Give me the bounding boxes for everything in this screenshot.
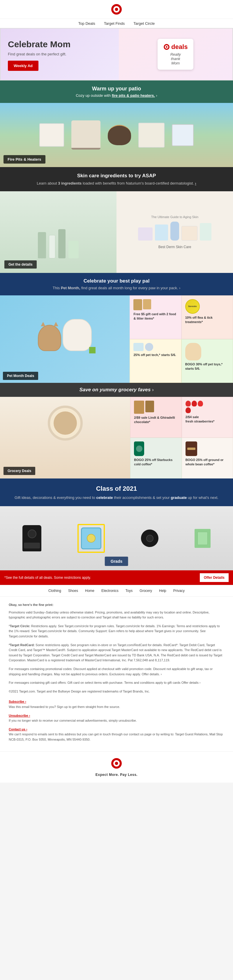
svg-point-8 [115, 762, 118, 765]
book-product [195, 529, 211, 548]
pet-main-image: Pet Month Deals [0, 295, 130, 383]
legal-unsubscribe: Unsubscribe › If you no longer wish to r… [9, 713, 224, 724]
pet-description: This Pet Month, find great deals all mon… [9, 286, 224, 290]
grocery-deal-2-text: 2/$4 salefresh strawberries* [185, 415, 215, 424]
grocery-deals-grid: 2/$9 sale Lindt & Ghiradelli chocolate* … [130, 397, 233, 479]
grads-banner: Class of 2021 Gift ideas, decorations & … [0, 479, 233, 506]
skincare-headline: Skin care ingredients to try ASAP [9, 173, 224, 179]
unsubscribe-link[interactable]: Unsubscribe › [9, 714, 30, 717]
legal-subscribe: Subscribe › Was this email forwarded to … [9, 699, 224, 710]
bottom-tagline: Expect More. Pay Less. [6, 773, 227, 777]
pet-banner: Celebrate your best play pal This Pet Mo… [0, 273, 233, 295]
offer-details-button[interactable]: Offer Details [200, 573, 229, 582]
footer-nav-toys[interactable]: Toys [122, 589, 136, 593]
pet-deal-flea-tick: Seresto 10% off flea & tick treatments* [181, 295, 233, 339]
grocery-grid-section: Grocery Deals 2/$9 sale Lindt & Ghiradel… [0, 397, 233, 479]
outdoor-image-section: Fire Pits & Heaters [0, 103, 233, 167]
pet-main-label: Pet Month Deals [3, 372, 38, 380]
pet-headline: Celebrate your best play pal [9, 278, 224, 284]
legal-intro-heading: Okay, so here's the fine print: [9, 602, 224, 608]
pet-deal-2-text: 10% off flea & tick treatments* [185, 315, 229, 325]
aging-skin-guide-label: The Ultimate Guide to Aging Skin [151, 215, 198, 219]
contact-link[interactable]: Contact us › [9, 727, 27, 731]
pet-grid-section: Pet Month Deals Free $5 gift card with 2… [0, 295, 233, 383]
deals-logo-text: deals [171, 43, 187, 51]
patio-headline: Warm up your patio [5, 86, 228, 92]
fine-print-text: *See the full details of all deals. Some… [4, 576, 91, 580]
footer-nav-clothing[interactable]: Clothing [45, 589, 65, 593]
patio-banner: Warm up your patio Cozy up outside with … [0, 81, 233, 103]
skincare-banner: Skin care ingredients to try ASAP Learn … [0, 167, 233, 191]
skincare-right-panel: The Ultimate Guide to Aging Skin Best De… [116, 191, 233, 273]
instax-camera-product [78, 524, 105, 553]
outdoor-label: Fire Pits & Heaters [3, 155, 46, 164]
best-derm-label: Best Derm Skin Care [159, 245, 191, 249]
weekly-ad-button[interactable]: Weekly Ad [8, 60, 38, 71]
top-nav: Top Deals Target Finds Target Circle [0, 19, 233, 28]
grocery-banner: Save on yummy grocery faves › [0, 383, 233, 397]
pet-deal-3-text: 25% off pet tech,* starts 5/6. [133, 353, 176, 357]
patio-subtext: Cozy up outside with fire pits & patio h… [5, 93, 228, 98]
grocery-label: Grocery Deals [3, 467, 35, 475]
footer-nav-electronics[interactable]: Electronics [98, 589, 122, 593]
grads-products-section: Grads [0, 506, 233, 570]
grads-description: Gift ideas, decorations & everything you… [9, 495, 224, 500]
hero-headline: Celebrate Mom [8, 39, 113, 49]
grocery-banner-link[interactable]: Save on yummy grocery faves › [79, 387, 154, 393]
grads-label-area: Grads [105, 557, 128, 566]
patio-link[interactable]: fire pits & patio heaters. [112, 93, 155, 98]
footer-nav-privacy[interactable]: Privacy [170, 589, 188, 593]
subscribe-link[interactable]: Subscribe › [9, 700, 26, 703]
grocery-main-image: Grocery Deals [0, 397, 130, 479]
nav-top-deals[interactable]: Top Deals [78, 21, 95, 25]
hero-banner: Celebrate Mom Find great deals on the pe… [0, 28, 233, 81]
pet-deal-free-gift-card: Free $5 gift card with 2 food & litter i… [130, 295, 181, 339]
skincare-left-panel: Get the details [0, 191, 116, 273]
grocery-deal-chocolate: 2/$9 sale Lindt & Ghiradelli chocolate* [130, 397, 181, 438]
pet-deals-grid: Free $5 gift card with 2 food & litter i… [130, 295, 233, 383]
grocery-deal-coffee: BOGO 25% off ground or whole bean coffee… [182, 438, 233, 479]
skincare-get-details-label: Get the details [4, 260, 37, 269]
deals-subtitle: ReallythankMom [163, 52, 187, 65]
keurig-product [22, 525, 41, 551]
grocery-deal-strawberries: 2/$4 salefresh strawberries* [182, 397, 233, 438]
skincare-link[interactable]: › [195, 181, 196, 185]
footer-nav-shoes[interactable]: Shoes [65, 589, 82, 593]
legal-target-circle: ¹Target Circle: Restrictions apply. See … [9, 624, 224, 639]
svg-point-2 [115, 8, 118, 11]
nav-target-finds[interactable]: Target Finds [104, 21, 125, 25]
grocery-deal-1-text: 2/$9 sale Lindt & Ghiradelli chocolate* [134, 415, 178, 425]
svg-point-5 [166, 46, 168, 48]
grads-headline: Class of 2021 [9, 485, 224, 493]
skincare-description: Learn about 3 ingredients loaded with be… [9, 181, 224, 185]
grocery-deal-starbucks: BOGO 25% off Starbucks cold coffee* [130, 438, 181, 479]
bottom-footer: Expect More. Pay Less. [0, 751, 233, 783]
pet-deal-4-text: BOGO 30% off pet toys,* starts 5/6. [185, 362, 229, 371]
footer-nav-home[interactable]: Home [82, 589, 98, 593]
legal-section: Okay, so here's the fine print: Promotio… [0, 597, 233, 751]
legal-copyright: ©2021 Target.com. Target and the Bullsey… [9, 689, 224, 694]
legal-gift-cards: For messages containing gift card offers… [9, 680, 224, 686]
pet-deal-tech: 25% off pet tech,* starts 5/6. [130, 339, 181, 383]
pet-deal-toys: BOGO 30% off pet toys,* starts 5/6. [181, 339, 233, 383]
header: Top Deals Target Finds Target Circle [0, 0, 233, 28]
legal-redcard: ²Target RedCard: Some restrictions apply… [9, 643, 224, 663]
bottom-logo [6, 757, 227, 770]
footer-nav: Clothing Shoes Home Electronics Toys Gro… [0, 585, 233, 597]
hero-subtext: Find great deals on the perfect gift. [8, 52, 113, 56]
speaker-product [141, 530, 159, 547]
legal-coupons: For messages containing promotional code… [9, 667, 224, 677]
grocery-deal-3-text: BOGO 25% off Starbucks cold coffee* [134, 458, 178, 467]
grocery-save-text: Save on yummy grocery faves › [79, 387, 154, 393]
pet-deal-1-text: Free $5 gift card with 2 food & litter i… [133, 312, 178, 321]
target-logo [111, 3, 122, 16]
fine-print-banner: *See the full details of all deals. Some… [0, 570, 233, 585]
footer-nav-help[interactable]: Help [155, 589, 170, 593]
legal-contact: Contact us › We can't respond to emails … [9, 727, 224, 742]
nav-target-circle[interactable]: Target Circle [133, 21, 155, 25]
footer-nav-grocery[interactable]: Grocery [136, 589, 155, 593]
grocery-deal-4-text: BOGO 25% off ground or whole bean coffee… [185, 458, 229, 467]
legal-intro-text: Promotions valid Sunday–Saturday unless … [9, 610, 224, 620]
skincare-products-section: Get the details The Ultimate Guide to Ag… [0, 191, 233, 273]
